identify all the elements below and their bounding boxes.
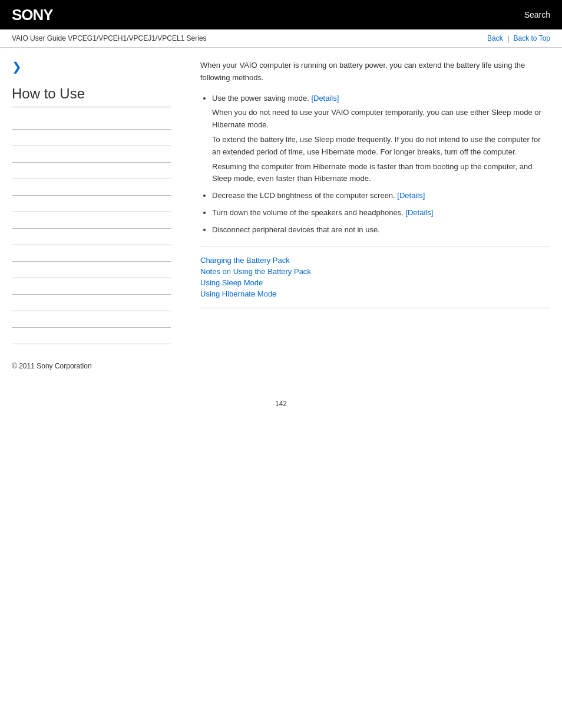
sidebar-line	[12, 229, 171, 245]
related-link-charging[interactable]: Charging the Battery Pack	[200, 256, 550, 265]
content-divider-top	[200, 246, 550, 246]
sidebar: ❯ How to Use	[12, 54, 183, 344]
sub-text-1: When you do not need to use your VAIO co…	[212, 107, 550, 131]
bullet-item-text: Turn down the volume of the speakers and…	[212, 208, 405, 217]
sidebar-line	[12, 311, 171, 328]
sidebar-line	[12, 295, 171, 311]
related-link-notes[interactable]: Notes on Using the Battery Pack	[200, 267, 550, 276]
sidebar-heading: How to Use	[12, 85, 171, 107]
content-area: When your VAIO computer is running on ba…	[183, 54, 550, 344]
sidebar-arrow[interactable]: ❯	[12, 60, 171, 74]
main-container: ❯ How to Use When your VAIO computer is …	[0, 54, 562, 344]
sidebar-line	[12, 179, 171, 196]
list-item: Decrease the LCD brightness of the compu…	[212, 190, 550, 202]
guide-title: VAIO User Guide VPCEG1/VPCEH1/VPCEJ1/VPC…	[12, 34, 207, 42]
sidebar-line	[12, 262, 171, 278]
content-intro: When your VAIO computer is running on ba…	[200, 60, 550, 84]
sidebar-line	[12, 113, 171, 130]
sidebar-line	[12, 196, 171, 212]
content-divider-bottom	[200, 308, 550, 308]
list-item: Disconnect peripheral devices that are n…	[212, 224, 550, 236]
sidebar-line	[12, 212, 171, 229]
bullet-item-text: Decrease the LCD brightness of the compu…	[212, 191, 397, 200]
related-link-sleep[interactable]: Using Sleep Mode	[200, 278, 550, 287]
header: SONY Search	[0, 0, 562, 29]
sidebar-line	[12, 130, 171, 146]
related-links: Charging the Battery Pack Notes on Using…	[200, 256, 550, 298]
sub-text-3: Resuming the computer from Hibernate mod…	[212, 161, 550, 186]
sidebar-line	[12, 163, 171, 179]
footer-copyright: © 2011 Sony Corporation	[0, 350, 562, 382]
details-link-3[interactable]: [Details]	[405, 208, 433, 217]
bullet-item-text: Use the power saving mode.	[212, 94, 311, 103]
nav-separator: |	[507, 34, 509, 42]
sidebar-line	[12, 278, 171, 295]
sidebar-lines	[12, 113, 171, 344]
sidebar-line	[12, 146, 171, 163]
details-link-1[interactable]: [Details]	[311, 94, 339, 103]
list-item: Use the power saving mode. [Details] Whe…	[212, 93, 550, 186]
sidebar-line	[12, 245, 171, 262]
bullet-list: Use the power saving mode. [Details] Whe…	[200, 93, 550, 236]
search-button[interactable]: Search	[524, 10, 550, 19]
details-link-2[interactable]: [Details]	[397, 191, 425, 200]
back-link[interactable]: Back	[487, 34, 503, 42]
sidebar-line	[12, 328, 171, 344]
sub-text-2: To extend the battery life, use Sleep mo…	[212, 134, 550, 159]
nav-bar: VAIO User Guide VPCEG1/VPCEH1/VPCEJ1/VPC…	[0, 29, 562, 48]
nav-links: Back | Back to Top	[487, 34, 550, 42]
page-number: 142	[0, 400, 562, 420]
list-item: Turn down the volume of the speakers and…	[212, 207, 550, 219]
bullet-item-text: Disconnect peripheral devices that are n…	[212, 225, 380, 234]
sony-logo: SONY	[12, 6, 53, 24]
back-to-top-link[interactable]: Back to Top	[514, 34, 550, 42]
related-link-hibernate[interactable]: Using Hibernate Mode	[200, 289, 550, 298]
